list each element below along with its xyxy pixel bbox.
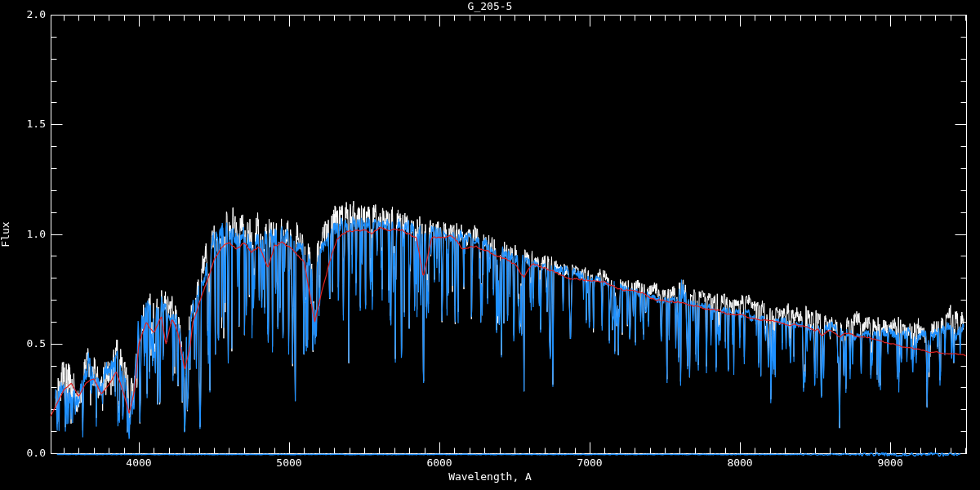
y-tick-label: 2.0 [11, 9, 46, 20]
y-tick-label: 0.0 [11, 448, 46, 459]
spectrum-plot: G_205-5 Wavelength, A Flux 4000500060007… [0, 0, 980, 490]
x-axis-label: Wavelength, A [0, 471, 980, 483]
x-tick-label: 8000 [715, 457, 764, 469]
x-tick-label: 4000 [114, 457, 163, 469]
x-tick-label: 6000 [415, 457, 464, 469]
x-tick-label: 9000 [866, 457, 915, 469]
x-tick-label: 5000 [265, 457, 314, 469]
plot-title: G_205-5 [0, 1, 980, 12]
y-tick-label: 1.0 [11, 229, 46, 240]
x-tick-label: 7000 [565, 457, 614, 469]
y-tick-label: 1.5 [11, 118, 46, 130]
y-axis-label: Flux [0, 194, 11, 275]
y-tick-label: 0.5 [11, 338, 46, 350]
spectrum-canvas [0, 0, 980, 490]
